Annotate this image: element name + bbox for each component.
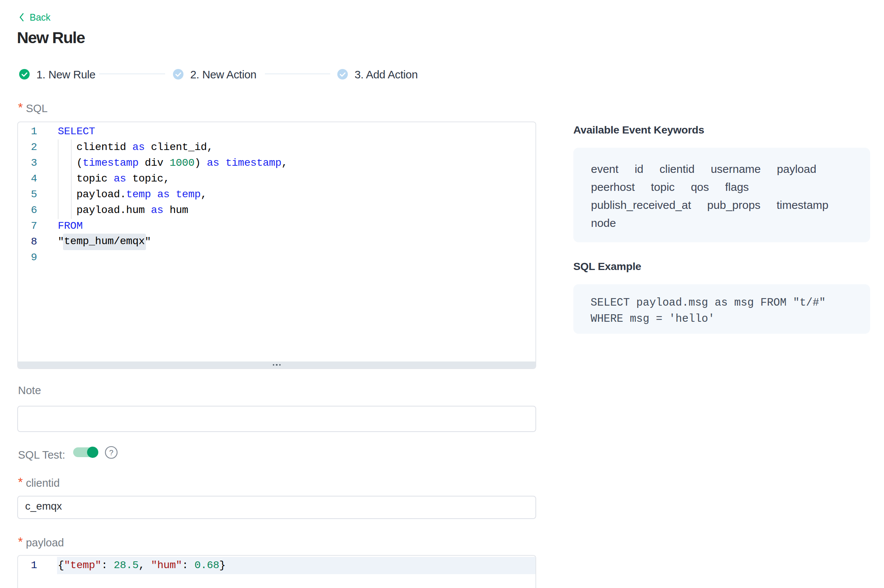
- svg-text:?: ?: [109, 448, 113, 457]
